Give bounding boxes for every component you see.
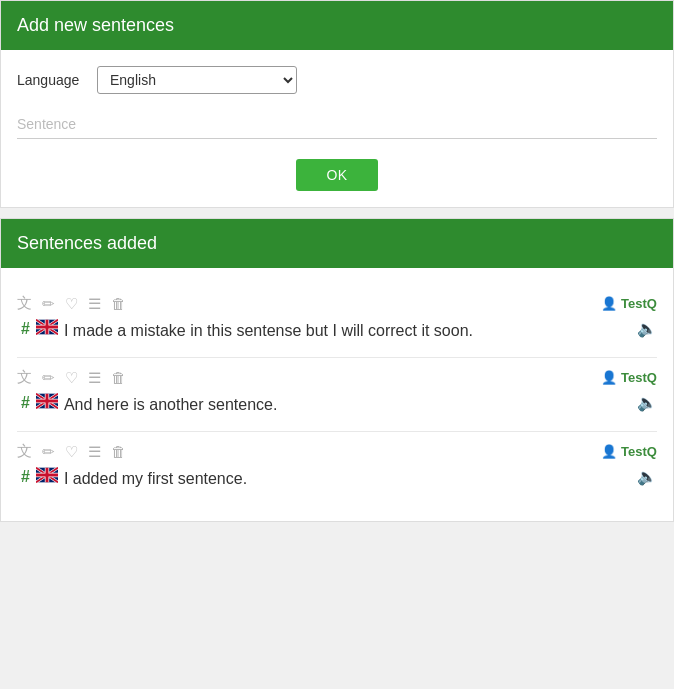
sentence-toolbar-3: 文 ✏ ♡ ☰ 🗑 👤 TestQ bbox=[17, 442, 657, 461]
sentences-added-title: Sentences added bbox=[17, 233, 157, 253]
add-sentences-panel: Add new sentences Language English Frenc… bbox=[0, 0, 674, 208]
sentences-added-header: Sentences added bbox=[1, 219, 673, 268]
sentence-content-1: # I made a mistake in this sentense but … bbox=[17, 319, 657, 343]
heart-icon-2[interactable]: ♡ bbox=[65, 369, 78, 387]
edit-icon[interactable]: ✏ bbox=[42, 295, 55, 313]
user-icon-3: 👤 bbox=[601, 444, 617, 459]
heart-icon[interactable]: ♡ bbox=[65, 295, 78, 313]
username-1: TestQ bbox=[621, 296, 657, 311]
trash-icon-2[interactable]: 🗑 bbox=[111, 369, 126, 386]
trash-icon-3[interactable]: 🗑 bbox=[111, 443, 126, 460]
toolbar-right-3: 👤 TestQ bbox=[601, 444, 657, 459]
ok-button-row: OK bbox=[17, 159, 657, 191]
list-icon-3[interactable]: ☰ bbox=[88, 443, 101, 461]
sentence-input[interactable] bbox=[17, 110, 657, 139]
sound-icon-3[interactable]: 🔈 bbox=[637, 467, 657, 486]
user-icon-1: 👤 bbox=[601, 296, 617, 311]
username-3: TestQ bbox=[621, 444, 657, 459]
sentence-toolbar-2: 文 ✏ ♡ ☰ 🗑 👤 TestQ bbox=[17, 368, 657, 387]
sound-icon-1[interactable]: 🔈 bbox=[637, 319, 657, 338]
user-icon-2: 👤 bbox=[601, 370, 617, 385]
sentence-text-1: I made a mistake in this sentense but I … bbox=[64, 319, 631, 343]
language-row: Language English French German Spanish bbox=[17, 66, 657, 94]
trash-icon[interactable]: 🗑 bbox=[111, 295, 126, 312]
sentence-text-3: I added my first sentence. bbox=[64, 467, 631, 491]
edit-icon-3[interactable]: ✏ bbox=[42, 443, 55, 461]
toolbar-left-3: 文 ✏ ♡ ☰ 🗑 bbox=[17, 442, 126, 461]
toolbar-right-1: 👤 TestQ bbox=[601, 296, 657, 311]
list-icon-2[interactable]: ☰ bbox=[88, 369, 101, 387]
translate-icon-2[interactable]: 文 bbox=[17, 368, 32, 387]
flag-1 bbox=[36, 319, 58, 335]
sentence-hash-1: # bbox=[21, 320, 30, 338]
list-icon[interactable]: ☰ bbox=[88, 295, 101, 313]
sentence-item-1: 文 ✏ ♡ ☰ 🗑 👤 TestQ # bbox=[17, 284, 657, 358]
username-2: TestQ bbox=[621, 370, 657, 385]
add-sentences-title: Add new sentences bbox=[17, 15, 174, 35]
toolbar-left-2: 文 ✏ ♡ ☰ 🗑 bbox=[17, 368, 126, 387]
sentences-added-panel: Sentences added 文 ✏ ♡ ☰ 🗑 👤 TestQ # bbox=[0, 218, 674, 522]
sentence-hash-2: # bbox=[21, 394, 30, 412]
toolbar-left-1: 文 ✏ ♡ ☰ 🗑 bbox=[17, 294, 126, 313]
sentence-toolbar-1: 文 ✏ ♡ ☰ 🗑 👤 TestQ bbox=[17, 294, 657, 313]
language-label: Language bbox=[17, 72, 87, 88]
flag-2 bbox=[36, 393, 58, 409]
sentence-content-3: # I added my first sentence. 🔈 bbox=[17, 467, 657, 491]
translate-icon[interactable]: 文 bbox=[17, 294, 32, 313]
sentence-text-2: And here is another sentence. bbox=[64, 393, 631, 417]
toolbar-right-2: 👤 TestQ bbox=[601, 370, 657, 385]
edit-icon-2[interactable]: ✏ bbox=[42, 369, 55, 387]
heart-icon-3[interactable]: ♡ bbox=[65, 443, 78, 461]
ok-button[interactable]: OK bbox=[296, 159, 377, 191]
add-sentences-header: Add new sentences bbox=[1, 1, 673, 50]
sentence-item-2: 文 ✏ ♡ ☰ 🗑 👤 TestQ # bbox=[17, 358, 657, 432]
flag-3 bbox=[36, 467, 58, 483]
sound-icon-2[interactable]: 🔈 bbox=[637, 393, 657, 412]
translate-icon-3[interactable]: 文 bbox=[17, 442, 32, 461]
add-sentences-body: Language English French German Spanish O… bbox=[1, 50, 673, 207]
sentence-item-3: 文 ✏ ♡ ☰ 🗑 👤 TestQ # bbox=[17, 432, 657, 505]
sentence-hash-3: # bbox=[21, 468, 30, 486]
sentences-added-body: 文 ✏ ♡ ☰ 🗑 👤 TestQ # bbox=[1, 268, 673, 521]
language-select[interactable]: English French German Spanish bbox=[97, 66, 297, 94]
sentence-content-2: # And here is another sentence. 🔈 bbox=[17, 393, 657, 417]
